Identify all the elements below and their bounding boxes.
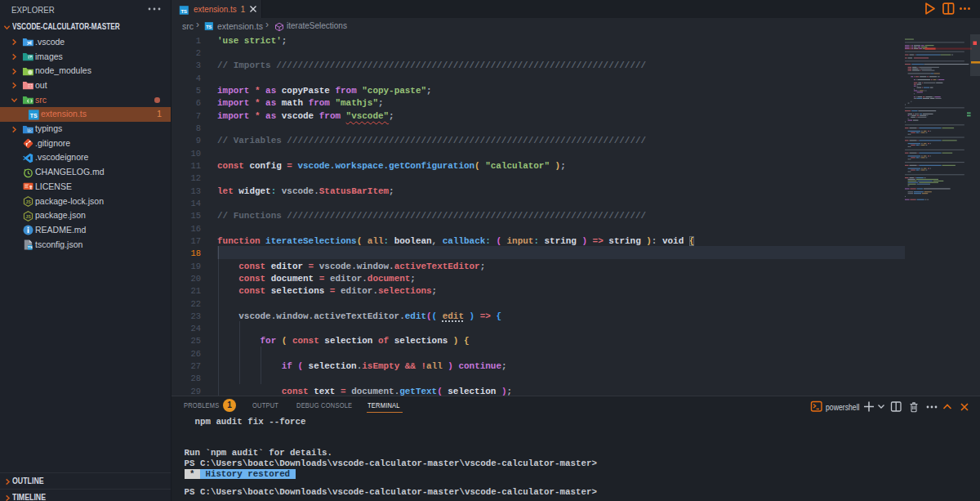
svg-text:TS: TS	[206, 25, 212, 29]
svg-text:TS: TS	[28, 127, 33, 132]
svg-text:TS: TS	[30, 113, 38, 119]
svg-text:TS: TS	[180, 8, 187, 13]
svg-text:powershell: powershell	[826, 401, 860, 411]
svg-text:JS: JS	[25, 214, 31, 219]
svg-text:JS: JS	[25, 199, 31, 204]
svg-text:TS: TS	[28, 246, 33, 250]
